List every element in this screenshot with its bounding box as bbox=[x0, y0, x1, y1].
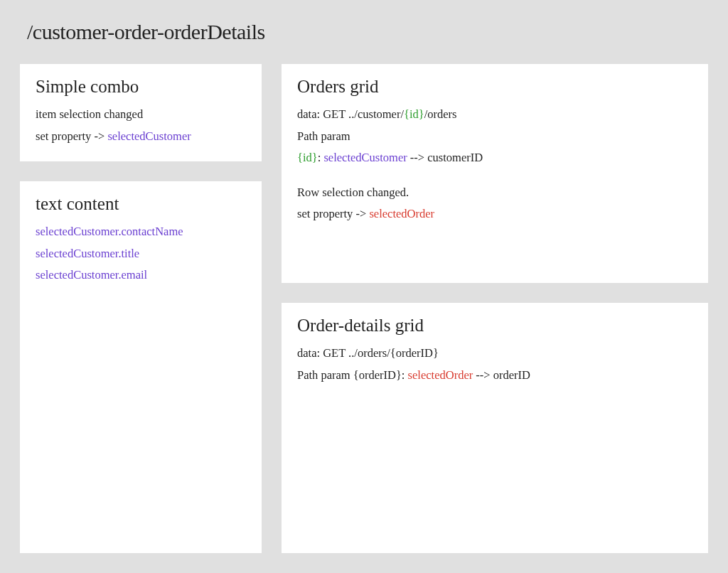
orders-data-line: data: GET ../customer/{id}/orders bbox=[297, 104, 692, 126]
details-pp-prefix: Path param {orderID}: bbox=[297, 368, 408, 382]
orders-pp-purple: selectedCustomer bbox=[323, 151, 407, 164]
orders-pp-arrow: --> customerID bbox=[407, 151, 483, 164]
page-title: /customer-order-orderDetails bbox=[27, 20, 708, 44]
details-data-method: GET ../orders/{orderID} bbox=[323, 346, 439, 360]
simple-combo-card: Simple combo item selection changed set … bbox=[20, 64, 262, 161]
simple-combo-line2: set property -> selectedCustomer bbox=[36, 126, 246, 148]
orders-path-param-line: {id}: selectedCustomer --> customerID bbox=[297, 147, 692, 169]
orders-id-token: {id} bbox=[404, 107, 424, 121]
details-pp-red: selectedOrder bbox=[408, 368, 473, 382]
simple-combo-heading: Simple combo bbox=[36, 77, 246, 97]
details-data-line: data: GET ../orders/{orderID} bbox=[297, 343, 692, 365]
orders-grid-heading: Orders grid bbox=[297, 77, 692, 97]
selected-customer-token: selectedCustomer bbox=[107, 129, 191, 143]
orders-grid-card: Orders grid data: GET ../customer/{id}/o… bbox=[282, 64, 708, 283]
simple-combo-line1: item selection changed bbox=[36, 104, 246, 126]
orders-data-label: data: bbox=[297, 107, 323, 121]
simple-combo-line2-prefix: set property -> bbox=[36, 129, 107, 143]
orders-pp-id: {id} bbox=[297, 151, 318, 164]
orders-setprop-prefix: set property -> bbox=[297, 207, 369, 220]
orders-path-param-label: Path param bbox=[297, 126, 692, 148]
text-content-line-1: selectedCustomer.title bbox=[36, 243, 246, 265]
details-path-param-line: Path param {orderID}: selectedOrder --> … bbox=[297, 365, 692, 387]
orders-data-prefix: GET ../customer/ bbox=[323, 107, 404, 121]
text-content-line-2: selectedCustomer.email bbox=[36, 264, 246, 286]
left-column: Simple combo item selection changed set … bbox=[20, 64, 262, 553]
orders-rowsel-line: Row selection changed. bbox=[297, 182, 692, 204]
details-data-label: data: bbox=[297, 346, 323, 360]
text-content-line-0: selectedCustomer.contactName bbox=[36, 221, 246, 243]
selected-order-token: selectedOrder bbox=[369, 207, 434, 220]
text-content-heading: text content bbox=[36, 194, 246, 214]
order-details-heading: Order-details grid bbox=[297, 316, 692, 336]
order-details-grid-card: Order-details grid data: GET ../orders/{… bbox=[282, 303, 708, 553]
text-content-card: text content selectedCustomer.contactNam… bbox=[20, 181, 262, 553]
orders-gap bbox=[297, 169, 692, 182]
diagram-grid: Simple combo item selection changed set … bbox=[20, 64, 708, 553]
details-pp-arrow: --> orderID bbox=[473, 368, 530, 382]
right-column: Orders grid data: GET ../customer/{id}/o… bbox=[282, 64, 708, 553]
orders-setprop-line: set property -> selectedOrder bbox=[297, 203, 692, 225]
orders-data-suffix: /orders bbox=[424, 107, 457, 121]
